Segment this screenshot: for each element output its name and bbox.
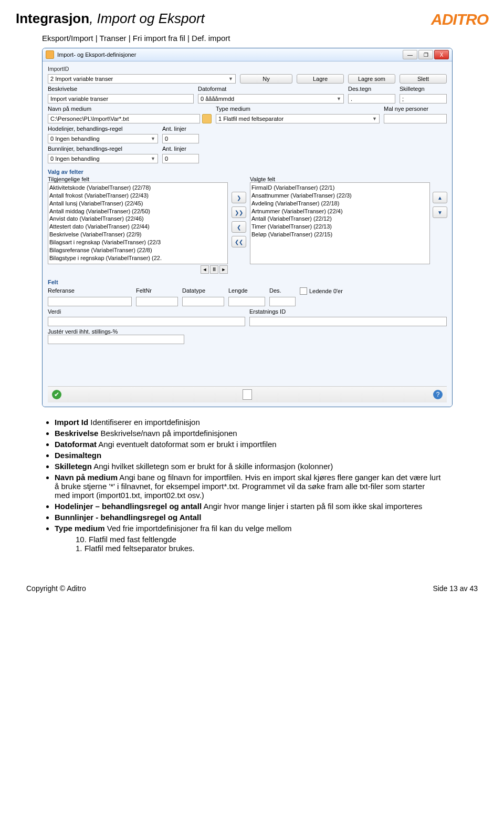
section-valgfelter: Valg av felter (48, 169, 447, 175)
status-help-icon[interactable]: ? (433, 390, 443, 399)
footer: Copyright © Aditro Side 13 av 43 (16, 584, 488, 593)
window-title: Import- og Eksport-definisjoner (57, 51, 136, 58)
erstatnings-input[interactable] (249, 317, 447, 326)
list-item[interactable]: Timer (VariabelTranser) (22/13) (251, 223, 428, 231)
maximize-button[interactable]: ❐ (418, 50, 433, 59)
destegn-input[interactable]: . (348, 94, 395, 103)
label-datoformat: Datoformat (198, 86, 344, 92)
move-all-left-button[interactable]: ❮❮ (232, 236, 246, 247)
label-navnmedium: Navn på medium (48, 106, 212, 112)
hode-ant-input[interactable]: 0 (162, 134, 199, 143)
list-item[interactable]: Antall (VariabelTranser) (22/12) (251, 215, 428, 223)
bullet-item: Beskrivelse Beskrivelse/navn på importde… (55, 429, 441, 438)
move-down-button[interactable]: ▼ (433, 206, 447, 218)
des-input[interactable] (269, 297, 296, 306)
browse-folder-icon[interactable] (202, 114, 212, 123)
bunn-ant-input[interactable]: 0 (162, 154, 199, 163)
navnmedium-input[interactable]: C:\Personec\PL\Import\Var*.txt (48, 114, 200, 123)
malnye-input[interactable] (384, 114, 447, 123)
move-right-button[interactable]: ❯ (232, 192, 246, 203)
label-beskrivelse: Beskrivelse (48, 86, 194, 92)
app-window: Import- og Eksport-definisjoner — ❐ X Im… (42, 48, 453, 407)
close-button[interactable]: X (434, 50, 449, 59)
list-item[interactable]: Antall middag (VariabelTranser) (22/50) (49, 208, 226, 215)
beskrivelse-input[interactable]: Import variable transer (48, 94, 194, 103)
ledende-checkbox[interactable] (300, 287, 307, 295)
label-verdi: Verdi (48, 308, 245, 315)
list-item[interactable]: FirmaID (VariabelTranser) (22/1) (251, 184, 428, 192)
label-valgte: Valgte felt (250, 176, 430, 182)
label-importid: ImportID (48, 66, 236, 72)
selected-fields-list[interactable]: FirmaID (VariabelTranser) (22/1)Ansattnu… (250, 182, 430, 264)
sublist-item: 1. Flatfil med feltseparator brukes. (76, 544, 441, 553)
ny-button[interactable]: Ny (240, 74, 292, 84)
title-rest: , Import og Eksport (89, 11, 205, 26)
list-item[interactable]: Bilagstype i regnskap (VariabelTranser) … (49, 254, 226, 262)
statusbar: ✔ ? (48, 386, 447, 402)
titlebar: Import- og Eksport-definisjoner — ❐ X (43, 48, 452, 61)
bullet-item: Bunnlinjer - behandlingsregel og Antall (55, 513, 441, 522)
list-item[interactable]: Attestert dato (VariabelTranser) (22/44) (49, 223, 226, 231)
label-des: Des. (269, 287, 296, 295)
list-item[interactable]: Aktivitetskode (VariabelTranser) (22/78) (49, 184, 226, 192)
footer-left: Copyright © Aditro (26, 584, 86, 593)
lengde-input[interactable] (228, 297, 265, 306)
label-antlinjer2: Ant. linjer (162, 146, 199, 152)
label-typemedium: Type medium (216, 106, 380, 112)
feltnr-input[interactable] (136, 297, 178, 306)
label-antlinjer1: Ant. linjer (162, 126, 199, 132)
slett-button[interactable]: Slett (400, 74, 447, 84)
title-bold: Integrasjon (16, 11, 89, 26)
list-item[interactable]: Beskrivelse (VariabelTranser) (22/9) (49, 231, 226, 239)
move-up-button[interactable]: ▲ (433, 192, 447, 203)
label-referanse: Referanse (48, 287, 132, 295)
datoformat-select[interactable]: 0 ååååmmdd▼ (198, 94, 344, 103)
list-item[interactable]: Anvist dato (VariabelTranser) (22/46) (49, 215, 226, 223)
label-feltnr: FeltNr (136, 287, 178, 295)
bullet-item: Import Id Identifiserer en importdefinis… (55, 418, 441, 427)
list-item[interactable]: Beløp (VariabelTranser) (22/15) (251, 231, 428, 239)
list-item[interactable]: Avdeling (VariabelTranser) (22/18) (251, 200, 428, 208)
importid-select[interactable]: 2 Import variable transer▼ (48, 74, 236, 84)
label-lengde: Lengde (228, 287, 265, 295)
list-item[interactable]: Antall lunsj (VariabelTranser) (22/45) (49, 200, 226, 208)
list-item[interactable]: Artnummer (VariabelTranser) (22/4) (251, 208, 428, 215)
list-item[interactable]: Antall frokost (VariabelTranser) (22/43) (49, 192, 226, 200)
label-erstatnings: Erstatnings ID (249, 308, 447, 315)
footer-right: Side 13 av 43 (433, 584, 478, 593)
bullet-item: Type medium Ved frie importdefinisjoner … (55, 524, 441, 553)
section-felt: Felt (48, 279, 447, 285)
list-item[interactable]: Bilagsart i regnskap (VariabelTranser) (… (49, 239, 226, 246)
move-all-right-button[interactable]: ❯❯ (232, 206, 246, 218)
sublist-item: 10. Flatfil med fast feltlengde (76, 535, 441, 544)
verdi-input[interactable] (48, 317, 245, 326)
bullet-item: Navn på medium Angi bane og filnavn for … (55, 473, 441, 500)
available-fields-list[interactable]: Aktivitetskode (VariabelTranser) (22/78)… (48, 182, 228, 264)
label-datatype: Datatype (182, 287, 224, 295)
referanse-input[interactable] (48, 297, 132, 306)
bunnlinjer-select[interactable]: 0 Ingen behandling▼ (48, 154, 158, 163)
label-bunnlinjer: Bunnlinjer, behandlings-regel (48, 146, 158, 152)
typemedium-select[interactable]: 1 Flatfil med feltseparator▼ (216, 114, 380, 123)
list-item[interactable]: Ansattnummer (VariabelTranser) (22/3) (251, 192, 428, 200)
list-item[interactable]: Bilagsreferanse (VariabelTranser) (22/8) (49, 246, 226, 254)
juster-input[interactable] (48, 335, 184, 344)
scroll-right-icon[interactable]: ► (219, 265, 228, 274)
scroll-left-icon[interactable]: ◄ (201, 265, 209, 274)
hodelinjer-select[interactable]: 0 Ingen behandling▼ (48, 134, 158, 143)
move-left-button[interactable]: ❮ (232, 221, 246, 233)
status-ok-icon[interactable]: ✔ (52, 390, 61, 399)
label-destegn: Des.tegn (348, 86, 395, 92)
window-icon (46, 50, 54, 59)
skilletegn-input[interactable]: ; (400, 94, 447, 103)
lagre-button[interactable]: Lagre (297, 74, 344, 84)
status-doc-icon[interactable] (243, 389, 252, 400)
datatype-input[interactable] (182, 297, 224, 306)
breadcrumb: Eksport/Import | Transer | Fri import fr… (42, 34, 488, 43)
label-hodelinjer: Hodelinjer, behandlings-regel (48, 126, 158, 132)
label-ledende: Ledende 0'er (309, 288, 343, 294)
content-text: Import Id Identifiserer en importdefinis… (42, 418, 441, 553)
lagresom-button[interactable]: Lagre som (348, 74, 395, 84)
bullet-item: Datoformat Angi eventuelt datoformat som… (55, 440, 441, 449)
minimize-button[interactable]: — (403, 50, 417, 59)
